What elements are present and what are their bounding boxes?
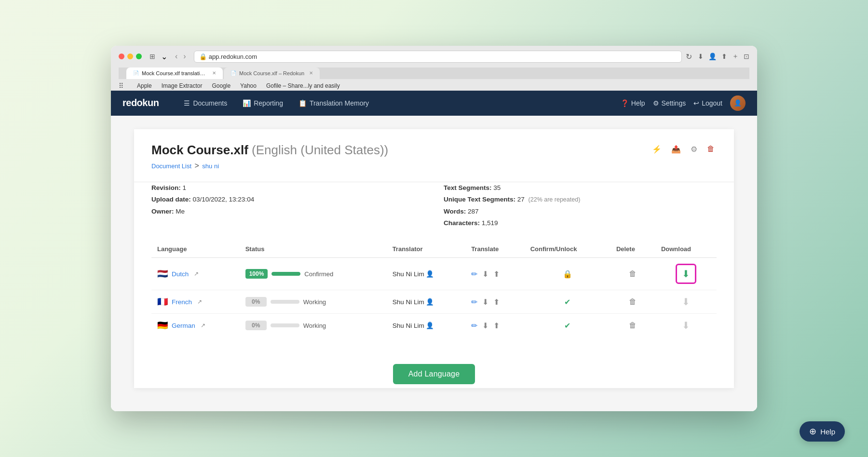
share-icon[interactable]: ⬆ — [721, 53, 727, 60]
meta-text-segments: Text Segments: 35 — [444, 182, 717, 194]
help-nav-item[interactable]: ❓ Help — [621, 99, 645, 107]
table-row: 🇫🇷 French ↗ 0% Working Shu Ni Lim 👤 ✏ ⬇ … — [151, 290, 717, 314]
bookmark-yahoo[interactable]: Yahoo — [240, 81, 257, 91]
lang-cell-0: 🇳🇱 Dutch ↗ — [151, 258, 240, 290]
translate-up-icon-2[interactable]: ⬆ — [493, 321, 500, 330]
translator-cell-0: Shu Ni Lim 👤 — [387, 258, 466, 290]
table-row: 🇳🇱 Dutch ↗ 100% Confirmed Shu Ni Lim 👤 ✏… — [151, 258, 717, 290]
col-header-download: Download — [655, 241, 717, 258]
trash-action-btn[interactable]: 🗑 — [705, 143, 717, 155]
add-language-row: Add Language — [134, 352, 734, 388]
settings-nav-item[interactable]: ⚙ Settings — [653, 99, 686, 107]
add-language-button[interactable]: Add Language — [393, 364, 475, 384]
flag-icon-2: 🇩🇪 — [157, 320, 168, 331]
grid-apps-icon[interactable]: ⠿ — [119, 82, 123, 90]
lang-link-2[interactable]: German — [172, 322, 195, 329]
traffic-light-green[interactable] — [136, 54, 142, 59]
bookmark-apple[interactable]: Apple — [137, 81, 152, 91]
documents-icon: ☰ — [184, 99, 190, 107]
tab2-close-icon[interactable]: ✕ — [309, 70, 313, 76]
forward-arrow-btn[interactable]: › — [181, 52, 188, 61]
delete-icon-0[interactable]: 🗑 — [629, 269, 637, 278]
download-highlighted-0[interactable]: ⬇ — [676, 264, 696, 284]
navbar: redokun ☰ Documents 📊 Reporting 📋 Transl… — [111, 91, 757, 116]
page-title: Mock Course.xlf (English (United States)… — [151, 143, 388, 158]
download-icon-0[interactable]: ⬇ — [682, 268, 690, 280]
traffic-light-red[interactable] — [119, 54, 124, 59]
reload-icon[interactable]: ↻ — [686, 52, 692, 61]
translate-edit-icon-2[interactable]: ✏ — [471, 321, 477, 330]
flash-action-btn[interactable]: ⚡ — [650, 143, 664, 156]
sidebar-icon[interactable]: ⊡ — [744, 53, 749, 60]
breadcrumb-doc-name[interactable]: shu ni — [202, 162, 219, 170]
delete-cell-1[interactable]: 🗑 — [610, 290, 655, 314]
translate-cell-2: ✏ ⬇ ⬆ — [465, 314, 524, 337]
delete-cell-0[interactable]: 🗑 — [610, 258, 655, 290]
lock-icon-0[interactable]: 🔒 — [563, 270, 572, 278]
url-text: app.redokun.com — [209, 53, 257, 60]
nav-translation-memory[interactable]: 📋 Translation Memory — [293, 96, 375, 110]
logout-nav-item[interactable]: ↩ Logout — [693, 99, 722, 107]
translate-edit-icon-0[interactable]: ✏ — [471, 269, 477, 279]
address-bar[interactable]: 🔒 app.redokun.com — [194, 51, 682, 63]
profile-icon[interactable]: 👤 — [708, 53, 717, 60]
bookmark-gofile[interactable]: Gofile – Share...ly and easily — [266, 81, 340, 91]
back-arrow-btn[interactable]: ‹ — [173, 52, 179, 61]
check-icon-1[interactable]: ✔ — [564, 298, 570, 306]
user-avatar[interactable]: 👤 — [730, 95, 746, 111]
translate-down-icon-1[interactable]: ⬇ — [482, 297, 488, 307]
delete-cell-2[interactable]: 🗑 — [610, 314, 655, 337]
help-widget[interactable]: ⊕ Help — [800, 421, 845, 442]
breadcrumb-document-list[interactable]: Document List — [151, 162, 191, 170]
flag-icon-1: 🇫🇷 — [157, 296, 168, 307]
nav-documents[interactable]: ☰ Documents — [178, 96, 233, 110]
download-cell-0[interactable]: ⬇ — [655, 258, 717, 290]
gear-action-btn[interactable]: ⚙ — [689, 143, 699, 156]
traffic-light-yellow[interactable] — [127, 54, 133, 59]
meta-words: Words: 287 — [444, 206, 717, 217]
tab1-close-icon[interactable]: ✕ — [212, 70, 216, 76]
browser-tab-1[interactable]: 📄 Mock Course.xlf translation (Dutch) – … — [126, 67, 223, 79]
confirm-cell-2[interactable]: ✔ — [525, 314, 610, 337]
translator-name-1: Shu Ni Lim — [393, 298, 424, 306]
upload-action-btn[interactable]: 📤 — [669, 143, 683, 156]
avatar-image: 👤 — [730, 95, 746, 111]
translator-name-0: Shu Ni Lim — [393, 270, 424, 278]
nav-reporting[interactable]: 📊 Reporting — [237, 96, 289, 110]
tab1-favicon: 📄 — [133, 70, 139, 76]
translate-up-icon-0[interactable]: ⬆ — [493, 269, 500, 279]
col-header-confirm: Confirm/Unlock — [525, 241, 610, 258]
confirm-cell-1[interactable]: ✔ — [525, 290, 610, 314]
status-badge-1: 0% — [245, 297, 267, 307]
bookmark-google[interactable]: Google — [212, 81, 231, 91]
ext-link-icon-0[interactable]: ↗ — [194, 270, 199, 277]
download-manager-icon[interactable]: ⬇ — [698, 53, 704, 60]
translate-down-icon-0[interactable]: ⬇ — [482, 269, 488, 279]
translate-up-icon-1[interactable]: ⬆ — [493, 297, 500, 307]
download-cell-1[interactable]: ⬇ — [655, 290, 717, 314]
page-actions: ⚡ 📤 ⚙ 🗑 — [650, 143, 717, 156]
translate-edit-icon-1[interactable]: ✏ — [471, 297, 477, 307]
brand-logo[interactable]: redokun — [122, 97, 159, 108]
browser-tab-2[interactable]: 📄 Mock Course.xlf – Redokun ✕ — [224, 67, 320, 79]
confirm-cell-0[interactable]: 🔒 — [525, 258, 610, 290]
status-badge-2: 0% — [245, 321, 267, 330]
ext-link-icon-2[interactable]: ↗ — [201, 322, 205, 329]
ext-link-icon-1[interactable]: ↗ — [197, 298, 202, 305]
col-header-translator: Translator — [387, 241, 466, 258]
status-cell-2: 0% Working — [240, 314, 387, 337]
document-meta: Revision: 1 Upload date: 03/10/2022, 13:… — [134, 182, 734, 241]
delete-icon-1[interactable]: 🗑 — [629, 297, 637, 306]
download-cell-2[interactable]: ⬇ — [655, 314, 717, 337]
meta-characters: Characters: 1,519 — [444, 217, 717, 229]
delete-icon-2[interactable]: 🗑 — [629, 321, 637, 329]
status-text-1: Working — [303, 298, 326, 306]
page-header: Mock Course.xlf (English (United States)… — [134, 129, 734, 182]
check-icon-2[interactable]: ✔ — [564, 322, 570, 330]
window-grid-btn[interactable]: ⊞ — [148, 52, 157, 61]
new-tab-icon[interactable]: ＋ — [732, 52, 739, 61]
lang-link-0[interactable]: Dutch — [172, 270, 189, 278]
bookmark-image-extractor[interactable]: Image Extractor — [162, 81, 203, 91]
lang-link-1[interactable]: French — [172, 298, 192, 306]
translate-down-icon-2[interactable]: ⬇ — [482, 321, 488, 330]
